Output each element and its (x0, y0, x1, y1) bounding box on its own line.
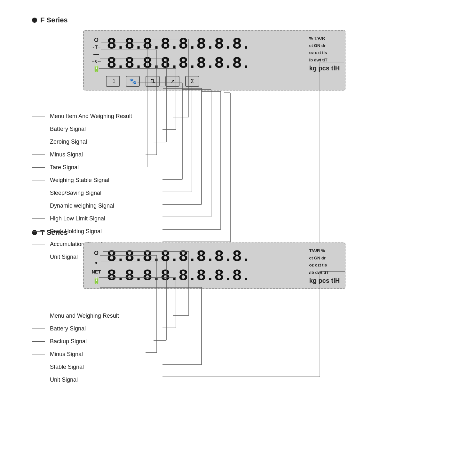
f-digits-row1: 8.8.8.8.8.8.8.8. (107, 35, 306, 53)
f-label-weighing-stable: Weighing Stable Signal (32, 174, 132, 186)
t-label-menu: Menu and Weighing Result (32, 310, 119, 322)
f-series-diagram: O →T← — →0← 🔋 8.8.8.8.8.8.8.8. (32, 30, 400, 209)
f-label-high-low: High Low Limit Signal (32, 212, 132, 225)
f-left-symbols: O →T← — →0← 🔋 (88, 35, 104, 73)
f-unit-3: oz ozt tls (309, 50, 340, 55)
f-label-dynamic: Dynamic weighing Signal (32, 200, 132, 212)
f-icon-sigma: Σ (185, 76, 199, 87)
t-sym-net: NET (88, 269, 104, 274)
f-icon-trend: ↗ (165, 76, 179, 87)
f-sym-zero: →0← (88, 59, 104, 64)
f-sym-tare: →T← (88, 44, 104, 50)
f-label-tare: Tare Signal (32, 161, 132, 173)
f-unit-1: % T/A/R (309, 36, 340, 41)
t-label-unit: Unit Signal (32, 374, 119, 386)
f-icon-compare: ⇅ (146, 76, 160, 87)
t-digit-r1: 8.8.8.8.8.8.8.8. (107, 248, 250, 266)
f-label-sleep: Sleep/Saving Signal (32, 187, 132, 199)
t-unit-1: T/A/R % (309, 248, 340, 253)
f-series-bullet (32, 18, 37, 23)
f-digit-r2: 8.8.8.8.8.8.8.8. (107, 54, 250, 73)
f-unit-4: lb dwt tlT (309, 58, 340, 62)
t-unit-5: kg pcs tlH (309, 277, 340, 284)
f-digit-r1: 8.8.8.8.8.8.8.8. (107, 35, 250, 53)
t-labels: Menu and Weighing Result Battery Signal … (32, 310, 119, 386)
f-digits-area: 8.8.8.8.8.8.8.8. 8.8.8.8.8.8.8.8. (107, 35, 306, 73)
t-sym-o: O (88, 250, 104, 257)
f-digits-row2: 8.8.8.8.8.8.8.8. (107, 54, 306, 73)
t-digits-row2: 8.8.8.8.8.8.8.8. (107, 267, 306, 285)
t-digit-r2: 8.8.8.8.8.8.8.8. (107, 267, 250, 285)
f-label-minus: Minus Signal (32, 148, 132, 161)
t-series-diagram: O • NET 🔋 8.8.8.8.8.8.8.8. 8.8.8.8.8 (32, 242, 400, 383)
t-unit-2: ct GN dr (309, 256, 340, 260)
t-label-backup: Backup Signal (32, 335, 119, 347)
f-sym-o: O (88, 37, 104, 44)
t-left-symbols: O • NET 🔋 (88, 248, 104, 285)
f-label-battery: Battery Signal (32, 123, 132, 135)
f-unit-5: kg pcs tlH (309, 65, 340, 72)
f-label-zeroing: Zeroing Signal (32, 136, 132, 148)
f-icon-animal: 🐾 (126, 76, 140, 87)
t-digits-area: 8.8.8.8.8.8.8.8. 8.8.8.8.8.8.8.8. (107, 248, 306, 285)
f-right-units: % T/A/R ct GN dr oz ozt tls lb dwt tlT k… (309, 35, 340, 73)
t-series-display: O • NET 🔋 8.8.8.8.8.8.8.8. 8.8.8.8.8 (83, 242, 345, 289)
t-sym-dot: • (88, 259, 104, 267)
f-labels: Menu Item And Weighing Result Battery Si… (32, 110, 132, 263)
f-sym-minus: — (88, 51, 104, 58)
f-label-peak: Peak Holding Signal (32, 225, 132, 237)
f-icon-sleep: ☽ (106, 76, 120, 87)
t-sym-battery: 🔋 (88, 277, 104, 284)
t-right-units: T/A/R % ct GN dr oz ozt tls /lb dwt tlT … (309, 248, 340, 285)
t-label-stable: Stable Signal (32, 361, 119, 373)
f-series-title: F Series (32, 16, 444, 24)
f-label-menu: Menu Item And Weighing Result (32, 110, 132, 122)
f-sym-battery: 🔋 (88, 65, 104, 72)
f-bottom-icons: ☽ 🐾 ⇅ ↗ Σ (88, 76, 340, 87)
f-series-display: O →T← — →0← 🔋 8.8.8.8.8.8.8.8. (83, 30, 345, 91)
t-digits-row1: 8.8.8.8.8.8.8.8. (107, 248, 306, 266)
t-label-battery: Battery Signal (32, 322, 119, 335)
f-unit-2: ct GN dr (309, 43, 340, 48)
t-unit-3: oz ozt tls (309, 263, 340, 267)
t-label-minus: Minus Signal (32, 348, 119, 360)
t-unit-4: /lb dwt tlT (309, 270, 340, 275)
